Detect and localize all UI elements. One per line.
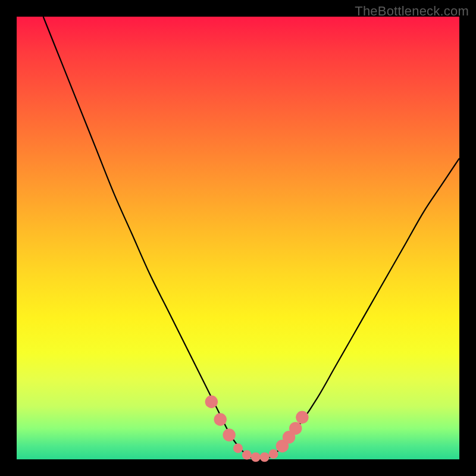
curve-layer bbox=[17, 17, 459, 459]
curve-marker bbox=[223, 428, 235, 441]
bottleneck-curve bbox=[43, 17, 459, 460]
curve-marker bbox=[233, 443, 243, 453]
watermark-text: TheBottleneck.com bbox=[355, 4, 469, 19]
curve-marker bbox=[289, 422, 302, 434]
curve-marker bbox=[260, 452, 270, 462]
curve-marker bbox=[205, 396, 218, 408]
outer-frame: TheBottleneck.com bbox=[0, 0, 476, 476]
curve-marker bbox=[296, 411, 308, 424]
curve-marker bbox=[214, 413, 227, 425]
curve-marker bbox=[242, 450, 252, 460]
curve-marker bbox=[251, 452, 261, 462]
curve-marker bbox=[268, 449, 278, 459]
curve-markers bbox=[205, 396, 309, 462]
